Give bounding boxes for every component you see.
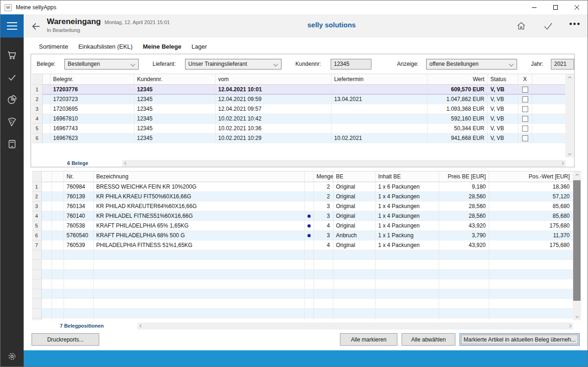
more-options-icon[interactable]: •••: [569, 20, 581, 32]
confirm-check-icon[interactable]: [542, 20, 554, 32]
anzeige-select[interactable]: offene Bestellungen: [426, 59, 517, 70]
cell-status: V, VB: [487, 84, 518, 94]
empty-cell: [439, 308, 489, 318]
cell-pos-wert: 85,680: [489, 211, 573, 221]
lieferant-select[interactable]: Unser Trainingslieferant: [185, 59, 281, 70]
back-button[interactable]: [30, 20, 42, 32]
header-marker: [304, 171, 313, 182]
tab-sortimente[interactable]: Sortimente: [39, 42, 68, 51]
positions-row[interactable]: 4760140KR PHILADEL FITNES51%60X16,66G3Or…: [32, 211, 573, 221]
pizza-icon[interactable]: [6, 116, 18, 127]
cell-nr: 760134: [64, 201, 93, 211]
orders-row[interactable]: 6169676231234510.02.2021 10:2910.02.2021…: [32, 133, 565, 143]
header-liefertermin[interactable]: Liefertermin: [331, 74, 427, 84]
uebernehmen-button[interactable]: Markierte Artikel in aktuellen Beleg übe…: [460, 333, 580, 346]
scrollbar-thumb[interactable]: [573, 180, 581, 301]
header-kundennr[interactable]: Kundennr.: [134, 74, 215, 84]
positions-row[interactable]: 65760540KRAFT PHILADELPHIA 68% 500 G3Anb…: [32, 230, 573, 240]
kundennr-input[interactable]: [331, 59, 371, 70]
orders-horizontal-scrollbar[interactable]: [122, 160, 566, 167]
alle-abwaehlen-button[interactable]: Alle abwählen: [402, 333, 455, 346]
scroll-left-icon[interactable]: [122, 160, 129, 167]
row-checkbox[interactable]: [522, 126, 528, 132]
header-inhalt-be[interactable]: Inhalt BE: [375, 171, 439, 182]
empty-cell: [313, 259, 333, 269]
cell-menge: 3: [313, 230, 333, 240]
spacer-cell: [51, 221, 64, 230]
close-button[interactable]: [566, 0, 588, 14]
spacer-cell: [41, 211, 51, 221]
druckreports-button[interactable]: Druckreports...: [32, 333, 99, 346]
minimize-button[interactable]: [524, 0, 545, 14]
belege-label: Belege:: [37, 61, 61, 67]
scroll-up-icon[interactable]: [565, 74, 574, 82]
maximize-button[interactable]: [545, 0, 566, 14]
header-bezeichnung[interactable]: Bezeichnung: [93, 171, 304, 182]
orders-row[interactable]: 5169677431234510.02.2021 10:3650,344 EUR…: [32, 123, 565, 133]
orders-footer: 6 Belege: [31, 159, 574, 167]
pie-chart-icon[interactable]: [6, 94, 18, 105]
alle-markieren-button[interactable]: Alle markieren: [340, 333, 397, 346]
tab-meine-belege[interactable]: Meine Belege: [143, 42, 181, 51]
empty-cell: [32, 308, 41, 318]
row-number: 3: [32, 104, 42, 114]
scroll-down-icon[interactable]: [565, 150, 574, 158]
row-checkbox[interactable]: [522, 87, 528, 93]
empty-cell: [489, 279, 573, 289]
positions-row[interactable]: 5760538KRAFT PHILADELPHIA 65% 1,65KG4Ori…: [32, 221, 573, 230]
jahr-input[interactable]: [551, 59, 574, 70]
positions-row[interactable]: 1760984BRESSO WEICHKA FEIN KR 10%200G2Or…: [32, 182, 573, 191]
empty-cell: [41, 318, 51, 320]
tab-einkaufslisten[interactable]: Einkaufslisten (EKL): [78, 42, 133, 51]
empty-cell: [489, 298, 573, 308]
empty-cell: [304, 298, 313, 308]
cell-pos-wert: 175,680: [489, 240, 573, 250]
gear-icon[interactable]: [6, 351, 18, 362]
header-belegnr[interactable]: Belegnr.: [50, 74, 134, 84]
menu-icon[interactable]: [0, 14, 24, 38]
header-select[interactable]: X: [518, 74, 532, 84]
header-status[interactable]: Status: [487, 74, 518, 84]
row-checkbox[interactable]: [522, 96, 528, 102]
home-icon[interactable]: [515, 20, 527, 32]
cell-be: Anbruch: [333, 230, 375, 240]
positions-horizontal-scrollbar[interactable]: [137, 323, 573, 329]
header-pos-wert[interactable]: Pos.-Wert [EUR]: [489, 171, 573, 182]
orders-vertical-scrollbar[interactable]: [565, 74, 574, 158]
cell-menge: 4: [313, 221, 333, 230]
cell-belegnr: 17203776: [50, 84, 134, 94]
tab-lager[interactable]: Lager: [192, 42, 207, 51]
positions-vertical-scrollbar[interactable]: [573, 171, 581, 320]
positions-row[interactable]: 7760539PHILADELPHIA FITNESS 51%1,65KG4Or…: [32, 240, 573, 250]
marked-dot-icon: [307, 224, 311, 228]
scroll-left-icon[interactable]: [137, 323, 145, 329]
orders-row[interactable]: 1172037761234512.04.2021 10:01609,570 EU…: [32, 84, 565, 94]
header-preis-be[interactable]: Preis BE [EUR]: [439, 171, 489, 182]
row-checkbox[interactable]: [522, 116, 528, 122]
scroll-up-icon[interactable]: [573, 171, 581, 179]
orders-row[interactable]: 4169678101234510.02.2021 10:42592,160 EU…: [32, 114, 565, 123]
empty-cell: [333, 259, 375, 269]
row-checkbox[interactable]: [522, 135, 528, 141]
belege-select[interactable]: Bestellungen: [64, 59, 139, 70]
scroll-right-icon[interactable]: [558, 160, 566, 167]
header-be[interactable]: BE: [333, 171, 375, 182]
orders-row[interactable]: 3172036951234512.04.2021 09:571.093,368 …: [32, 104, 565, 114]
header-wert[interactable]: Wert: [427, 74, 487, 84]
header-menge[interactable]: Menge: [313, 171, 333, 182]
row-checkbox[interactable]: [522, 106, 528, 112]
cell-pos-wert: 11,370: [489, 230, 573, 240]
scroll-down-icon[interactable]: [573, 312, 581, 320]
header-nr[interactable]: Nr.: [64, 171, 93, 182]
positions-row[interactable]: 2760139KR PHILA KRAEU FIT50%60X16,66G2Or…: [32, 191, 573, 201]
header-vom[interactable]: vom: [215, 74, 331, 84]
book-icon[interactable]: [6, 139, 18, 150]
check-icon[interactable]: [6, 72, 18, 83]
orders-row[interactable]: 2172037231234512.04.2021 09:5913.04.2021…: [32, 94, 565, 104]
positions-row[interactable]: 3760134KR PHILAD KRAEUTER64%60X16,66G3Or…: [32, 201, 573, 211]
scroll-right-icon[interactable]: [566, 323, 573, 329]
cell-menge: 4: [313, 240, 333, 250]
cart-icon[interactable]: [6, 50, 18, 61]
cell-inhalt-be: 1 x 4 Packungen: [375, 221, 439, 230]
empty-cell: [313, 250, 333, 259]
